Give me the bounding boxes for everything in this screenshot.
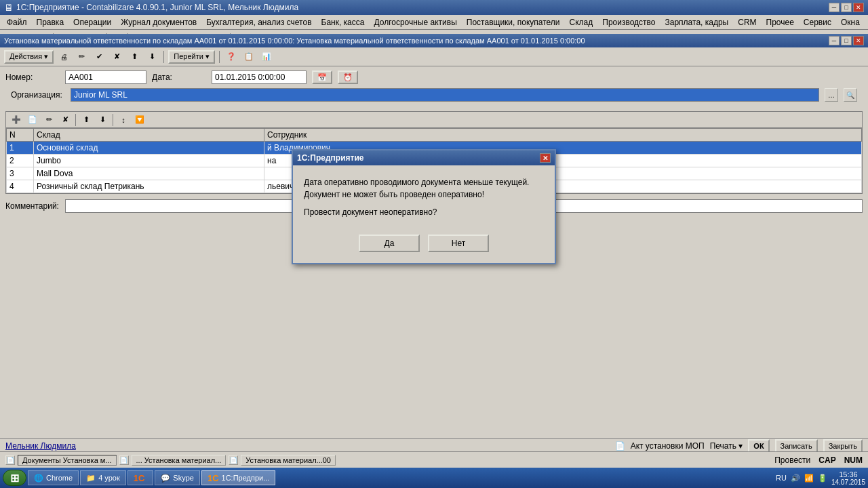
dialog-title-bar: 1С:Предприятие ✕ [293,150,555,165]
dialog-message1: Дата оперативно проводимого документа ме… [304,176,544,188]
dialog-body: Дата оперативно проводимого документа ме… [293,165,555,229]
dialog-title-text: 1С:Предприятие [297,153,363,163]
dialog-message2: Документ не может быть проведен оператив… [304,188,544,201]
dialog-no-button[interactable]: Нет [428,235,489,252]
dialog-close-btn[interactable]: ✕ [540,153,551,163]
dialog-message3: Провести документ неоперативно? [304,206,544,218]
dialog-box: 1С:Предприятие ✕ Дата оперативно проводи… [292,149,556,264]
dialog-yes-button[interactable]: Да [359,235,420,252]
dialog-buttons: Да Нет [293,229,555,263]
dialog-overlay: 1С:Предприятие ✕ Дата оперативно проводи… [0,0,868,488]
